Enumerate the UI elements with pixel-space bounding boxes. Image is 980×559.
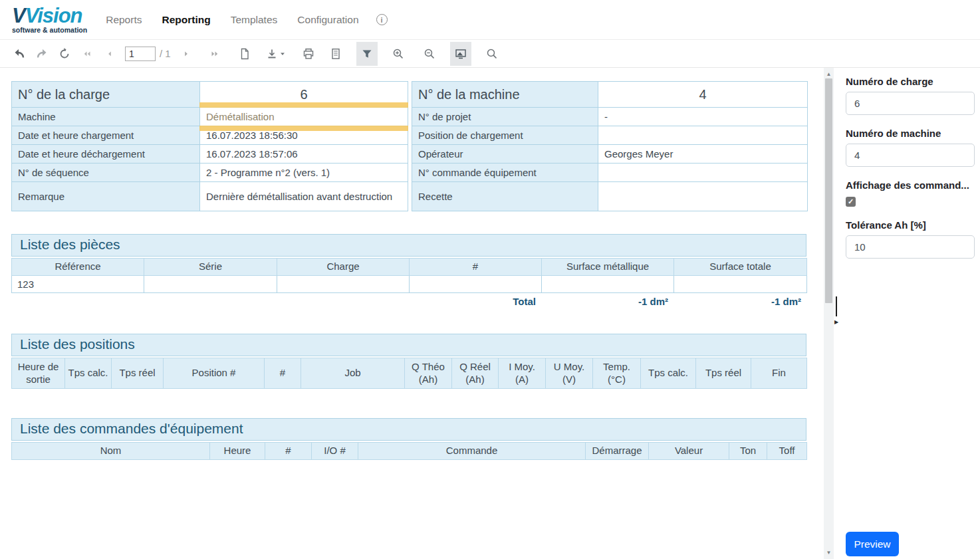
highlighted-field-value: Démétallisation [200, 108, 408, 126]
logo-brand: Vision [25, 4, 82, 27]
export-button[interactable] [261, 42, 291, 66]
preview-button[interactable]: Preview [846, 532, 899, 556]
prev-page-button[interactable] [99, 42, 120, 66]
logo-v: V [12, 4, 25, 27]
undo-button[interactable] [9, 42, 30, 66]
total-label: Total [409, 296, 541, 307]
field-label: Date et heure chargement [12, 126, 200, 145]
cell-reference: 123 [12, 276, 144, 293]
table-row: 123 [12, 276, 807, 293]
column-header: Charge [277, 259, 410, 276]
charge-info-section: N° de la charge6 MachineDémétallisation … [11, 81, 806, 211]
zoom-out-icon [424, 48, 435, 60]
show-commands-checkbox[interactable]: ✓ [846, 197, 856, 207]
field-value [598, 164, 808, 182]
column-header: Démarrage [586, 443, 649, 460]
text-view-button[interactable] [325, 42, 346, 66]
scroll-up-icon[interactable]: ▲ [824, 69, 834, 79]
report-toolbar: / 1 [0, 40, 980, 68]
field-value: 2 - Programme n°2 (vers. 1) [200, 164, 408, 182]
refresh-icon [59, 48, 70, 60]
column-header: Série [144, 259, 277, 276]
vertical-scrollbar[interactable]: ▲ ▼ [824, 68, 834, 559]
column-header: U Moy. (V) [546, 358, 593, 389]
splitter-expand-icon[interactable]: ▶ [834, 319, 838, 325]
new-document-icon [239, 48, 251, 60]
nav-item-configuration[interactable]: Configuration [297, 14, 358, 26]
cell-serie [144, 276, 277, 293]
search-button[interactable] [481, 42, 503, 66]
zoom-in-button[interactable] [388, 42, 409, 66]
logo-wordmark: VVision [12, 5, 87, 26]
main-menu: Reports Reporting Templates Configuratio… [106, 14, 358, 26]
cell-count [410, 276, 542, 293]
next-page-button[interactable] [176, 42, 197, 66]
nav-item-reports[interactable]: Reports [106, 14, 142, 26]
print-button[interactable] [298, 42, 319, 66]
column-header: I/O # [312, 443, 358, 460]
column-header: Ton [729, 443, 767, 460]
filter-icon [361, 48, 373, 60]
column-header: Valeur [649, 443, 729, 460]
printer-icon [303, 48, 314, 60]
field-label: Opérateur [412, 145, 598, 164]
pieces-table: Référence Série Charge # Surface métalli… [11, 258, 807, 293]
cell-charge [277, 276, 410, 293]
column-header: Référence [12, 259, 144, 276]
column-header: Tps réel [696, 358, 751, 389]
field-label: Recette [412, 182, 598, 211]
column-header: Heure [210, 443, 265, 460]
tolerance-label: Tolérance Ah [%] [846, 219, 975, 231]
pieces-section: Liste des pièces Référence Série Charge … [11, 234, 806, 307]
charge-number-input[interactable] [846, 92, 975, 115]
field-label: N° de la charge [12, 82, 200, 108]
column-header: Surface totale [674, 259, 807, 276]
zoom-out-button[interactable] [419, 42, 440, 66]
total-surface-metallique: -1 dm² [541, 296, 674, 307]
machine-number-label: Numéro de machine [846, 128, 975, 139]
field-label: N° de séquence [12, 164, 200, 182]
document-text-icon [330, 48, 342, 60]
page-number-input[interactable] [125, 47, 156, 61]
machine-number-input[interactable] [846, 144, 975, 167]
field-label: Remarque [12, 182, 200, 211]
last-page-icon [209, 49, 220, 59]
nav-item-templates[interactable]: Templates [231, 14, 278, 26]
content-area: N° de la charge6 MachineDémétallisation … [0, 68, 980, 559]
info-icon[interactable]: i [376, 14, 388, 25]
column-header: Heure de sortie [12, 358, 65, 389]
nav-item-reporting[interactable]: Reporting [162, 14, 210, 26]
new-document-button[interactable] [234, 42, 255, 66]
field-label: N° commande équipement [412, 164, 598, 182]
show-commands-label: Affichage des command... [846, 179, 975, 191]
cell-surface-totale [674, 276, 807, 293]
column-header: Job [301, 358, 405, 389]
splitter-handle[interactable] [836, 296, 837, 316]
fit-to-screen-button[interactable] [450, 42, 471, 66]
filter-button[interactable] [356, 42, 378, 66]
tolerance-input[interactable] [846, 235, 975, 259]
refresh-button[interactable] [54, 42, 75, 66]
scroll-down-icon[interactable]: ▼ [824, 548, 834, 558]
redo-button[interactable] [31, 42, 53, 66]
positions-section: Liste des positions Heure de sortie Tps … [11, 334, 806, 389]
positions-table: Heure de sortie Tps calc. Tps réel Posit… [11, 358, 807, 389]
page-total-label: / 1 [160, 48, 171, 59]
column-header: # [410, 259, 542, 276]
report-document: N° de la charge6 MachineDémétallisation … [11, 81, 806, 460]
field-value [598, 126, 808, 145]
next-page-icon [181, 49, 191, 59]
field-value [598, 182, 808, 211]
field-value: 16.07.2023 18:57:06 [200, 145, 408, 164]
column-header: Commande [358, 443, 586, 460]
field-label: N° de la machine [412, 82, 598, 108]
scrollbar-thumb[interactable] [825, 78, 832, 303]
prev-page-icon [104, 49, 115, 59]
field-label: Position de chargement [412, 126, 598, 145]
first-page-button[interactable] [76, 42, 98, 66]
app-logo[interactable]: VVision software & automation [12, 5, 87, 34]
column-header: Q Réel (Ah) [452, 358, 499, 389]
last-page-button[interactable] [204, 42, 225, 66]
logo-tagline: software & automation [12, 27, 87, 34]
field-value: 4 [598, 82, 808, 108]
